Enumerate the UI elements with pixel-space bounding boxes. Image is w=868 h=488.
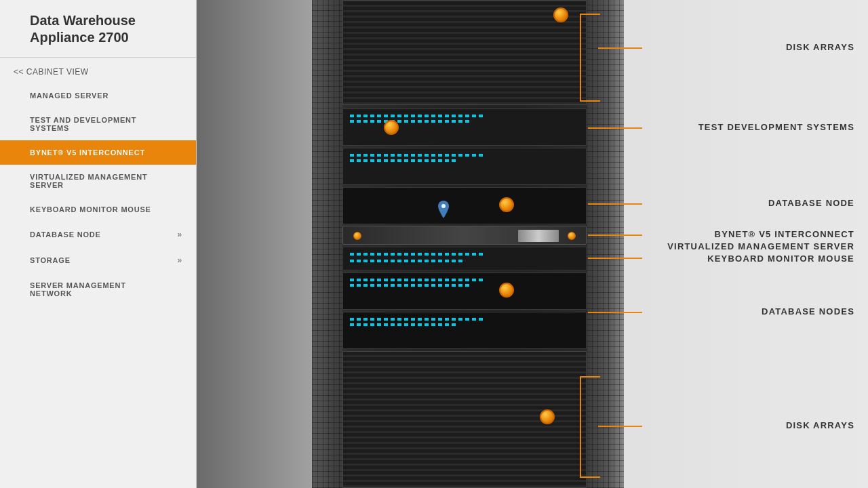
- sidebar-item-label-virt-mgmt: VIRTUALIZED MANAGEMENTSERVER: [30, 173, 147, 189]
- line-bynet: [588, 235, 642, 236]
- sidebar-item-managed-server[interactable]: MANAGED SERVER: [0, 83, 196, 108]
- chevron-icon-database-node: »: [178, 230, 182, 239]
- sidebar-item-bynet-v5[interactable]: BYNET® V5 INTERCONNECT: [0, 140, 196, 165]
- server-db-node: [342, 187, 587, 224]
- connector-bynet-left: [353, 232, 361, 240]
- led-strip-vms: [350, 253, 486, 256]
- label-vms-line2: KEYBOARD MONITOR MOUSE: [707, 253, 854, 264]
- server-db-nodes-1: [342, 272, 587, 310]
- disk-array-bottom-unit: [342, 351, 587, 488]
- bynet-unit: [342, 226, 587, 245]
- chevron-icon-storage: »: [178, 256, 182, 265]
- app-title: Data Warehouse Appliance 2700: [0, 0, 196, 58]
- line-disk-top: [598, 47, 642, 49]
- sidebar-item-label-bynet-v5: BYNET® V5 INTERCONNECT: [30, 148, 145, 157]
- sidebar: Data Warehouse Appliance 2700 << CABINET…: [0, 0, 197, 488]
- cabinet-view-label: << CABINET VIEW: [14, 67, 89, 77]
- sidebar-item-label-managed-server: MANAGED SERVER: [30, 92, 108, 100]
- led-strip-db4: [350, 323, 458, 326]
- line-db-nodes: [588, 312, 642, 313]
- sidebar-item-server-mgmt[interactable]: SERVER MANAGEMENTNETWORK: [0, 273, 196, 306]
- sidebar-item-label-database-node: DATABASE NODE: [30, 230, 101, 239]
- bracket-disk-bottom: [580, 376, 600, 478]
- sidebar-item-test-dev-systems[interactable]: TEST AND DEVELOPMENTSYSTEMS: [0, 108, 196, 140]
- label-bynet: BYNET® V5 INTERCONNECT: [715, 229, 854, 239]
- location-pin: [435, 201, 452, 221]
- led-strip-db1: [350, 279, 486, 281]
- sidebar-item-keyboard-monitor[interactable]: KEYBOARD MONITOR MOUSE: [0, 197, 196, 222]
- title-line2: Appliance 2700: [30, 30, 129, 45]
- line-db-node: [588, 203, 642, 205]
- sidebar-item-virt-mgmt[interactable]: VIRTUALIZED MANAGEMENTSERVER: [0, 165, 196, 197]
- cabinet-view-link[interactable]: << CABINET VIEW: [0, 58, 196, 83]
- server-vms-kmm: [342, 247, 587, 270]
- led-strip-1: [350, 115, 486, 117]
- rack-left-panel: [312, 0, 342, 488]
- bynet-handle: [518, 230, 559, 242]
- server-test-dev-1: [342, 108, 587, 146]
- led-strip-4: [350, 159, 458, 162]
- nav-menu: MANAGED SERVERTEST AND DEVELOPMENTSYSTEM…: [0, 83, 196, 306]
- line-disk-bottom: [598, 426, 642, 427]
- sidebar-item-label-storage: STORAGE: [30, 256, 71, 264]
- sidebar-item-label-keyboard-monitor: KEYBOARD MONITOR MOUSE: [30, 205, 151, 214]
- connector-db-node: [499, 197, 514, 212]
- bracket-disk-top: [580, 14, 600, 102]
- label-disk-arrays-bottom: DISK ARRAYS: [786, 420, 854, 430]
- led-strip-db3: [350, 318, 486, 321]
- connector-disk-bottom: [540, 409, 555, 424]
- connector-db-nodes-1: [499, 283, 514, 298]
- line-vms: [588, 258, 642, 259]
- svg-point-0: [441, 204, 446, 208]
- title-line1: Data Warehouse: [30, 13, 136, 28]
- sidebar-item-label-server-mgmt: SERVER MANAGEMENTNETWORK: [30, 281, 126, 298]
- label-vms-line1: VIRTUALIZED MANAGEMENT SERVER: [667, 241, 854, 251]
- connector-disk-top-1: [553, 7, 568, 22]
- label-disk-arrays-top: DISK ARRAYS: [786, 42, 854, 52]
- sidebar-item-database-node[interactable]: DATABASE NODE»: [0, 222, 196, 247]
- connector-test-dev-1: [384, 120, 399, 135]
- disk-array-top-unit: [342, 0, 587, 105]
- main-content: DISK ARRAYS TEST DEVELOPMENT SYSTEMS DAT…: [197, 0, 868, 488]
- led-strip-3: [350, 154, 486, 157]
- led-strip-db2: [350, 284, 472, 287]
- mesh-texture-left: [312, 0, 342, 488]
- line-test-dev: [588, 127, 642, 129]
- server-db-nodes-2: [342, 312, 587, 349]
- led-strip-2: [350, 120, 472, 123]
- sidebar-item-storage[interactable]: STORAGE»: [0, 247, 196, 273]
- server-test-dev-2: [342, 148, 587, 185]
- led-strip-kmm: [350, 260, 465, 262]
- sidebar-item-label-test-dev-systems: TEST AND DEVELOPMENTSYSTEMS: [30, 116, 136, 132]
- label-test-dev: TEST DEVELOPMENT SYSTEMS: [698, 122, 854, 132]
- connector-bynet-right: [568, 232, 576, 240]
- label-db-node: DATABASE NODE: [768, 198, 854, 208]
- label-db-nodes: DATABASE NODES: [762, 306, 854, 317]
